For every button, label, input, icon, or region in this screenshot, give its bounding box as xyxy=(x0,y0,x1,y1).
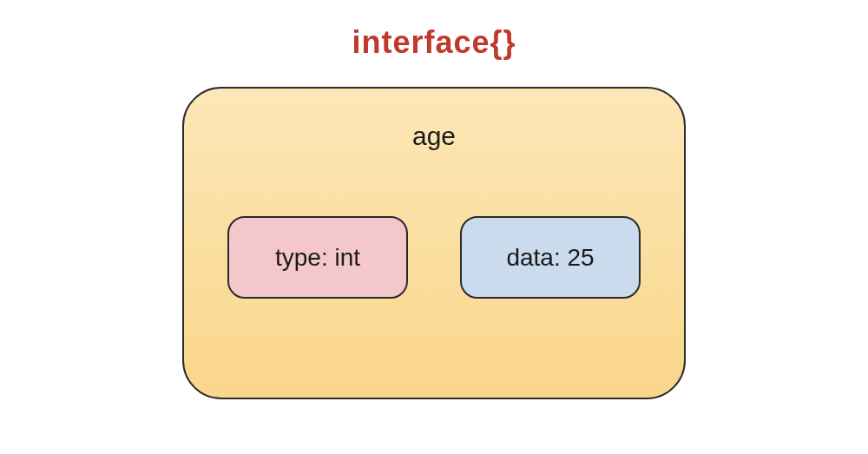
diagram-title: interface{} xyxy=(352,24,516,61)
boxes-row: type: int data: 25 xyxy=(227,216,641,299)
type-box: type: int xyxy=(227,216,408,299)
data-box: data: 25 xyxy=(460,216,641,299)
interface-container: age type: int data: 25 xyxy=(182,87,686,399)
variable-name-label: age xyxy=(412,122,456,151)
